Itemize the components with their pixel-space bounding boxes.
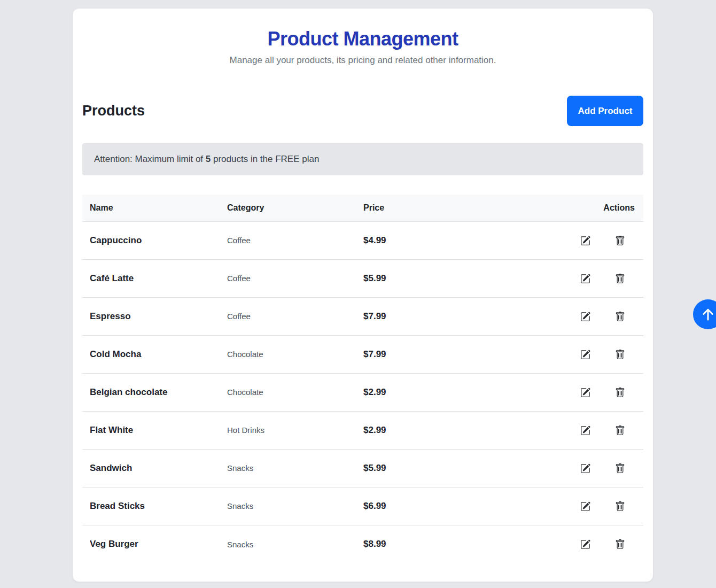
product-price: $2.99 xyxy=(356,373,505,411)
product-actions-cell xyxy=(505,259,643,297)
product-price: $8.99 xyxy=(356,525,505,563)
add-product-button[interactable]: Add Product xyxy=(567,96,643,126)
pencil-square-icon xyxy=(580,463,590,474)
product-actions-cell xyxy=(505,335,643,373)
alert-text-suffix: products in the FREE plan xyxy=(211,154,319,164)
product-name: Café Latte xyxy=(82,259,220,297)
delete-product-button[interactable] xyxy=(615,463,625,474)
pencil-square-icon xyxy=(580,350,590,360)
delete-product-button[interactable] xyxy=(615,539,625,550)
product-category: Coffee xyxy=(220,297,356,335)
product-name: Flat White xyxy=(82,411,220,449)
column-header-category: Category xyxy=(220,195,356,221)
trash-icon xyxy=(615,312,625,322)
products-heading: Products xyxy=(82,103,145,119)
table-row: Veg Burger Snacks $8.99 xyxy=(82,525,643,563)
trash-icon xyxy=(615,425,625,436)
product-price: $7.99 xyxy=(356,335,505,373)
edit-product-button[interactable] xyxy=(580,539,590,550)
product-actions-cell xyxy=(505,221,643,259)
product-price: $7.99 xyxy=(356,297,505,335)
product-actions-cell xyxy=(505,373,643,411)
table-header-row: Name Category Price Actions xyxy=(82,195,643,221)
product-category: Coffee xyxy=(220,259,356,297)
product-price: $6.99 xyxy=(356,487,505,525)
delete-product-button[interactable] xyxy=(615,425,625,436)
product-name: Sandwich xyxy=(82,449,220,487)
edit-product-button[interactable] xyxy=(580,388,590,398)
table-row: Cold Mocha Chocolate $7.99 xyxy=(82,335,643,373)
pencil-square-icon xyxy=(580,388,590,398)
column-header-actions: Actions xyxy=(505,195,643,221)
table-row: Café Latte Coffee $5.99 xyxy=(82,259,643,297)
product-actions-cell xyxy=(505,487,643,525)
delete-product-button[interactable] xyxy=(615,236,625,246)
column-header-price: Price xyxy=(356,195,505,221)
delete-product-button[interactable] xyxy=(615,274,625,284)
products-table: Name Category Price Actions Cappuccino C… xyxy=(82,195,643,563)
product-actions-cell xyxy=(505,297,643,335)
trash-icon xyxy=(615,539,625,550)
product-actions-cell xyxy=(505,525,643,563)
trash-icon xyxy=(615,388,625,398)
page-title: Product Management xyxy=(82,28,643,50)
product-price: $5.99 xyxy=(356,259,505,297)
delete-product-button[interactable] xyxy=(615,312,625,322)
edit-product-button[interactable] xyxy=(580,274,590,284)
trash-icon xyxy=(615,274,625,284)
edit-product-button[interactable] xyxy=(580,501,590,512)
product-name: Cappuccino xyxy=(82,221,220,259)
alert-text-prefix: Attention: Maximum limit of xyxy=(94,154,206,164)
product-name: Belgian chocolate xyxy=(82,373,220,411)
alert-limit-value: 5 xyxy=(206,154,211,164)
product-name: Bread Sticks xyxy=(82,487,220,525)
edit-product-button[interactable] xyxy=(580,236,590,246)
table-row: Cappuccino Coffee $4.99 xyxy=(82,221,643,259)
product-price: $2.99 xyxy=(356,411,505,449)
product-management-card: Product Management Manage all your produ… xyxy=(73,9,653,582)
table-row: Belgian chocolate Chocolate $2.99 xyxy=(82,373,643,411)
product-price: $5.99 xyxy=(356,449,505,487)
product-name: Espresso xyxy=(82,297,220,335)
product-actions-cell xyxy=(505,411,643,449)
trash-icon xyxy=(615,501,625,512)
table-row: Sandwich Snacks $5.99 xyxy=(82,449,643,487)
trash-icon xyxy=(615,350,625,360)
delete-product-button[interactable] xyxy=(615,350,625,360)
edit-product-button[interactable] xyxy=(580,312,590,322)
plan-limit-alert-text: Attention: Maximum limit of 5 products i… xyxy=(94,154,319,165)
page-header: Product Management Manage all your produ… xyxy=(82,28,643,66)
pencil-square-icon xyxy=(580,312,590,322)
scroll-to-top-button[interactable] xyxy=(693,299,716,329)
plan-limit-alert: Attention: Maximum limit of 5 products i… xyxy=(82,143,643,175)
table-row: Espresso Coffee $7.99 xyxy=(82,297,643,335)
pencil-square-icon xyxy=(580,539,590,550)
product-category: Coffee xyxy=(220,221,356,259)
delete-product-button[interactable] xyxy=(615,501,625,512)
product-category: Chocolate xyxy=(220,373,356,411)
product-category: Chocolate xyxy=(220,335,356,373)
product-category: Snacks xyxy=(220,487,356,525)
edit-product-button[interactable] xyxy=(580,425,590,436)
product-category: Snacks xyxy=(220,449,356,487)
product-name: Veg Burger xyxy=(82,525,220,563)
edit-product-button[interactable] xyxy=(580,350,590,360)
product-category: Snacks xyxy=(220,525,356,563)
pencil-square-icon xyxy=(580,236,590,246)
trash-icon xyxy=(615,236,625,246)
arrow-up-icon xyxy=(700,306,716,322)
pencil-square-icon xyxy=(580,274,590,284)
delete-product-button[interactable] xyxy=(615,388,625,398)
column-header-name: Name xyxy=(82,195,220,221)
trash-icon xyxy=(615,463,625,474)
product-table-body: Cappuccino Coffee $4.99 Café Latte Coffe… xyxy=(82,221,643,563)
pencil-square-icon xyxy=(580,501,590,512)
page-subtitle: Manage all your products, its pricing an… xyxy=(82,55,643,66)
table-row: Flat White Hot Drinks $2.99 xyxy=(82,411,643,449)
table-row: Bread Sticks Snacks $6.99 xyxy=(82,487,643,525)
product-name: Cold Mocha xyxy=(82,335,220,373)
edit-product-button[interactable] xyxy=(580,463,590,474)
pencil-square-icon xyxy=(580,425,590,436)
product-price: $4.99 xyxy=(356,221,505,259)
product-category: Hot Drinks xyxy=(220,411,356,449)
